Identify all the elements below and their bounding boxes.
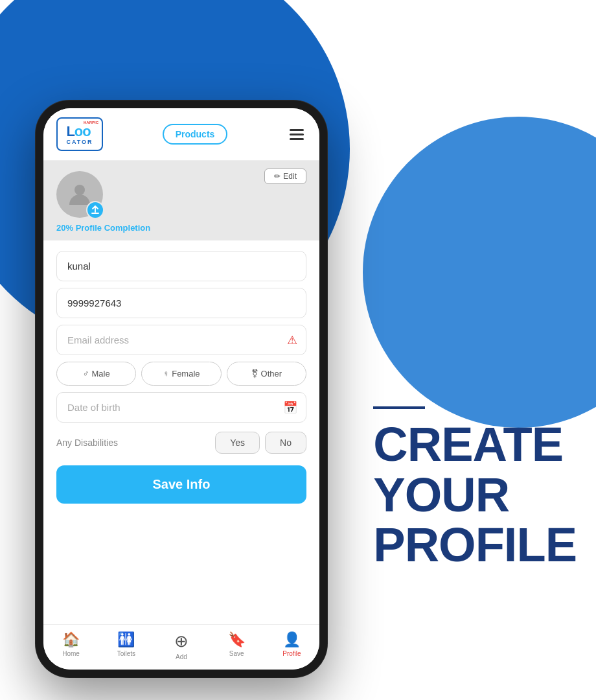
name-input[interactable]: [56, 251, 306, 281]
nav-save-label: Save: [229, 650, 244, 657]
logo-box: Loo CATOR HARPIC: [56, 117, 103, 151]
add-icon: ⊕: [174, 631, 189, 651]
gender-female-button[interactable]: ♀ Female: [141, 362, 221, 386]
nav-profile-label: Profile: [282, 650, 301, 657]
tagline-line1: CREATE: [373, 419, 577, 470]
app-header: Loo CATOR HARPIC Products: [43, 108, 319, 161]
phone-input[interactable]: [56, 288, 306, 318]
nav-profile[interactable]: 👤 Profile: [264, 631, 319, 660]
profile-section: ✏ Edit: [43, 161, 319, 240]
tagline-line2: YOUR: [373, 470, 577, 520]
form-area: ⚠ ♂ Male ♀ Female ⚧ Other: [43, 240, 319, 624]
right-tagline: CREATE YOUR PROFILE: [373, 406, 577, 570]
female-icon: ♀: [163, 369, 169, 379]
save-icon: 🔖: [228, 631, 246, 648]
profile-completion-text: 20% Profile Completion: [56, 223, 150, 233]
logo-container: Loo CATOR HARPIC: [56, 117, 103, 151]
other-label: Other: [261, 369, 282, 379]
disabilities-no-button[interactable]: No: [265, 432, 306, 454]
tagline-line3: PROFILE: [373, 520, 577, 570]
avatar-upload-button[interactable]: [86, 201, 104, 219]
upload-icon: [91, 205, 100, 215]
gender-other-button[interactable]: ⚧ Other: [227, 362, 306, 386]
hamburger-line3: [290, 138, 304, 140]
male-icon: ♂: [83, 369, 89, 379]
bg-circle-right: [363, 117, 596, 428]
nav-add-label: Add: [176, 653, 187, 660]
toilets-icon: 🚻: [117, 631, 135, 648]
avatar-area: [56, 171, 103, 218]
name-field-wrapper: [56, 251, 306, 281]
edit-label: Edit: [283, 172, 297, 181]
nav-home-label: Home: [62, 650, 80, 657]
gender-male-button[interactable]: ♂ Male: [56, 362, 136, 386]
female-label: Female: [172, 369, 200, 379]
bottom-nav: 🏠 Home 🚻 Toilets ⊕ Add 🔖 Save 👤 Pr: [43, 624, 319, 670]
profile-icon: 👤: [283, 631, 301, 648]
male-label: Male: [91, 369, 109, 379]
right-divider: [373, 406, 425, 409]
phone-outer: Loo CATOR HARPIC Products: [36, 100, 327, 677]
nav-add[interactable]: ⊕ Add: [154, 631, 209, 660]
logo-harpic: HARPIC: [84, 121, 98, 124]
nav-home[interactable]: 🏠 Home: [43, 631, 98, 660]
disabilities-buttons: Yes No: [215, 432, 306, 454]
svg-point-0: [74, 185, 85, 195]
email-error-icon: ⚠: [287, 333, 297, 347]
products-button[interactable]: Products: [163, 124, 228, 145]
disabilities-yes-button[interactable]: Yes: [215, 432, 260, 454]
hamburger-menu[interactable]: [287, 126, 306, 143]
dob-field-wrapper: 📅: [56, 392, 306, 423]
avatar-circle: [56, 171, 103, 218]
home-icon: 🏠: [62, 631, 80, 648]
nav-save[interactable]: 🔖 Save: [209, 631, 264, 660]
phone-inner: Loo CATOR HARPIC Products: [43, 108, 319, 670]
logo-loo: Loo: [66, 123, 90, 140]
edit-button[interactable]: ✏ Edit: [264, 169, 306, 184]
calendar-icon: 📅: [283, 401, 297, 415]
other-icon: ⚧: [251, 369, 258, 379]
email-input[interactable]: [56, 325, 306, 355]
hamburger-line2: [290, 134, 304, 135]
save-info-button[interactable]: Save Info: [56, 465, 306, 504]
disabilities-label: Any Disabilities: [56, 438, 118, 448]
phone-mockup: Loo CATOR HARPIC Products: [36, 100, 327, 677]
nav-toilets-label: Toilets: [117, 650, 135, 657]
gender-row: ♂ Male ♀ Female ⚧ Other: [56, 362, 306, 386]
phone-field-wrapper: [56, 288, 306, 318]
disabilities-row: Any Disabilities Yes No: [56, 429, 306, 456]
nav-toilets[interactable]: 🚻 Toilets: [98, 631, 154, 660]
edit-icon: ✏: [274, 172, 281, 181]
logo-cator: CATOR: [66, 139, 93, 145]
email-field-wrapper: ⚠: [56, 325, 306, 355]
hamburger-line1: [290, 129, 304, 131]
dob-input[interactable]: [56, 392, 306, 423]
